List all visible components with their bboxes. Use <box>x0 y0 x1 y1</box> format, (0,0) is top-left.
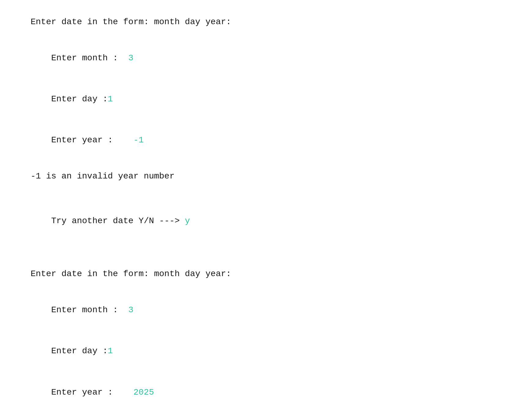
month-value-2: 3 <box>128 305 133 315</box>
enter-day-line-2: Enter day :1 <box>31 331 481 372</box>
enter-year-label-2: Enter year : <box>51 388 133 397</box>
spacer-3 <box>31 183 481 192</box>
enter-month-line-2: Enter month : 3 <box>31 290 481 331</box>
spacer-9 <box>31 413 481 420</box>
spacer-7 <box>31 259 481 267</box>
terminal-output: Enter date in the form: month day year: … <box>31 15 481 420</box>
retry-line-1: Try another date Y/N ---> y <box>31 201 481 242</box>
enter-month-label-2: Enter month : <box>51 305 128 315</box>
month-value-1: 3 <box>128 53 133 63</box>
enter-year-line-2: Enter year : 2025 <box>31 372 481 413</box>
retry-label-1: Try another date Y/N ---> <box>51 216 185 226</box>
prompt-line-1: Enter date in the form: month day year: <box>31 15 481 29</box>
spacer-4 <box>31 192 481 201</box>
enter-month-label-1: Enter month : <box>51 53 128 63</box>
enter-day-label-1: Enter day : <box>51 94 108 104</box>
error-line-1: -1 is an invalid year number <box>31 170 481 183</box>
enter-day-line-1: Enter day :1 <box>31 79 481 120</box>
spacer-8 <box>31 281 481 290</box>
enter-year-label-1: Enter year : <box>51 135 133 145</box>
spacer-5 <box>31 242 481 250</box>
spacer-6 <box>31 250 481 259</box>
spacer-2 <box>31 161 481 170</box>
spacer-1 <box>31 29 481 38</box>
year-value-2: 2025 <box>133 388 154 397</box>
enter-month-line-1: Enter month : 3 <box>31 38 481 79</box>
day-value-2: 1 <box>108 346 113 356</box>
retry-value-1: y <box>185 216 190 226</box>
prompt-line-2: Enter date in the form: month day year: <box>31 267 481 281</box>
enter-day-label-2: Enter day : <box>51 346 108 356</box>
year-value-1: -1 <box>133 135 144 145</box>
day-value-1: 1 <box>108 94 113 104</box>
enter-year-line-1: Enter year : -1 <box>31 120 481 161</box>
